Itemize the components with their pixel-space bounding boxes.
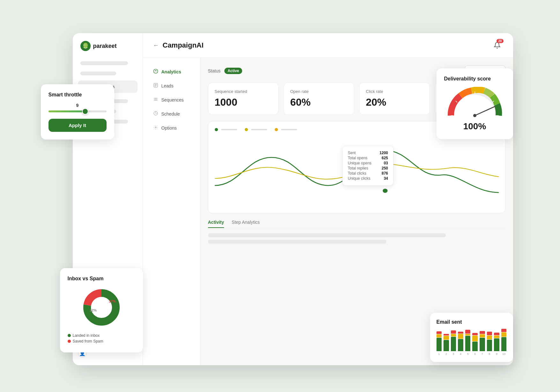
nav-sequences[interactable]: Sequences <box>149 94 194 106</box>
tab-step-analytics[interactable]: Step Analytics <box>232 220 260 228</box>
bar-yellow-9 <box>494 335 499 338</box>
slider-track <box>49 110 107 112</box>
tooltip-total-opens-label: Total opens <box>348 156 367 160</box>
bar-label-2: 2 <box>445 352 447 356</box>
legend-item-2 <box>275 128 297 131</box>
tooltip-unique-opens-label: Unique opens <box>348 161 371 165</box>
bar-red-10 <box>501 329 507 332</box>
activity-section: Activity Step Analytics <box>208 220 505 244</box>
notification-badge: 20 <box>497 39 503 43</box>
bar-group-4: 4 <box>458 332 463 356</box>
schedule-label: Schedule <box>161 111 180 117</box>
bar-red-3 <box>451 330 456 334</box>
bar-chart-area: 1 2 3 4 <box>437 330 507 356</box>
bar-group-6: 6 <box>472 333 478 356</box>
slider-container[interactable] <box>49 110 107 112</box>
nav-leads[interactable]: Leads <box>149 79 194 92</box>
tab-activity[interactable]: Activity <box>208 220 224 228</box>
metric-value-2: 20% <box>366 96 423 108</box>
bar-yellow-4 <box>458 334 463 339</box>
tooltip-total-clicks-label: Total clicks <box>348 171 366 176</box>
svg-text:22%: 22% <box>90 308 97 312</box>
svg-point-14 <box>382 188 388 193</box>
options-icon <box>153 125 158 131</box>
svg-point-17 <box>92 298 111 317</box>
legend-item-0 <box>215 128 237 131</box>
metric-label-1: Open rate <box>290 89 347 94</box>
sidebar-skeleton-1 <box>80 61 128 65</box>
bar-green-3 <box>451 337 456 351</box>
panel-email-sent: Email sent 1 2 3 <box>430 313 513 362</box>
nav-options[interactable]: Options <box>149 122 194 134</box>
back-button[interactable]: ← <box>153 42 159 49</box>
legend-spam: Saved from Spam <box>68 339 135 343</box>
bar-green-6 <box>472 342 478 351</box>
slider-thumb[interactable] <box>82 108 88 115</box>
deliverability-value: 100% <box>444 121 505 132</box>
bar-label-7: 7 <box>482 352 483 356</box>
svg-point-1 <box>83 43 88 48</box>
svg-point-4 <box>153 69 158 73</box>
activity-tabs: Activity Step Analytics <box>208 220 505 228</box>
deliverability-title: Deliverability score <box>444 76 505 82</box>
bar-group-5: 5 <box>465 330 471 356</box>
logo-area: parakeet <box>78 41 138 51</box>
smart-throttle-title: Smart throttle <box>49 92 107 98</box>
bar-label-9: 9 <box>496 352 497 356</box>
spam-dot <box>68 340 71 343</box>
gauge-chart <box>446 87 504 119</box>
notification-button[interactable]: 20 <box>491 40 503 51</box>
bar-group-7: 7 <box>480 331 485 356</box>
header-title-area: ← CampaignAI <box>153 41 204 49</box>
nav-analytics[interactable]: Analytics <box>149 65 194 78</box>
apply-it-button[interactable]: Apply It <box>49 119 107 132</box>
logo-icon <box>80 41 91 51</box>
bar-red-8 <box>487 332 492 335</box>
legend-dot-yellow <box>245 128 248 131</box>
bar-label-6: 6 <box>474 352 476 356</box>
analytics-label: Analytics <box>161 69 181 74</box>
sidebar-skeleton-2 <box>80 72 116 75</box>
legend-line-0 <box>221 129 237 130</box>
bar-label-4: 4 <box>460 352 461 356</box>
spam-label: Saved from Spam <box>73 339 103 343</box>
bar-green-1 <box>437 338 442 351</box>
bar-group-3: 3 <box>451 330 456 356</box>
tooltip-unique-clicks-value: 34 <box>384 176 388 181</box>
metric-label-2: Click rate <box>366 89 423 94</box>
tooltip-total-replies-label: Total replies <box>348 166 368 170</box>
bar-yellow-6 <box>472 335 478 341</box>
bar-group-2: 2 <box>444 334 449 356</box>
leads-label: Leads <box>161 83 174 88</box>
email-sent-title: Email sent <box>437 319 507 325</box>
bar-yellow-7 <box>480 334 485 337</box>
header: ← CampaignAI 20 <box>143 33 513 58</box>
bar-group-10: 10 <box>501 329 507 356</box>
svg-line-20 <box>475 107 495 116</box>
bar-yellow-10 <box>501 332 507 337</box>
metric-value-1: 60% <box>290 96 347 108</box>
bar-red-9 <box>494 333 499 335</box>
inbox-spam-title: Inbox vs Spam <box>68 276 135 282</box>
svg-point-21 <box>473 114 476 117</box>
page-title: CampaignAI <box>163 41 204 49</box>
bar-red-5 <box>465 330 471 334</box>
bar-yellow-3 <box>451 334 456 336</box>
nav-schedule[interactable]: Schedule <box>149 108 194 120</box>
inbox-dot <box>68 334 71 337</box>
logo-text: parakeet <box>93 43 117 49</box>
bar-yellow-8 <box>487 335 492 339</box>
chart-tooltip: Sent 1200 Total opens 625 Unique opens 0… <box>342 146 393 185</box>
legend-inbox: Landed in inbox <box>68 333 135 338</box>
leads-icon <box>153 83 158 89</box>
throttle-value: 9 <box>49 103 107 108</box>
bar-green-10 <box>501 337 507 351</box>
svg-point-3 <box>84 45 85 45</box>
bar-red-7 <box>480 331 485 334</box>
tooltip-sent-value: 1200 <box>379 151 388 155</box>
bar-red-2 <box>444 334 449 335</box>
metric-card-0: Sequence started 1000 <box>208 82 279 115</box>
status-left: Status Active <box>208 68 243 74</box>
tooltip-unique-clicks-label: Unique clicks <box>348 176 370 181</box>
inbox-label: Landed in inbox <box>73 333 100 338</box>
